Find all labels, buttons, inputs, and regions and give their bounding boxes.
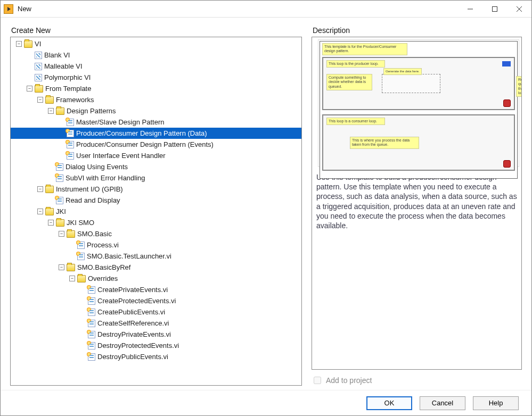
folder-open-icon — [45, 208, 54, 215]
tree-item[interactable]: SMO.Basic.TestLauncher.vi — [11, 251, 301, 262]
window-title: New — [18, 5, 31, 13]
vi-template-icon — [88, 320, 95, 327]
tree-item[interactable]: CreateSelfReference.vi — [11, 318, 301, 329]
tree-item[interactable]: Polymorphic VI — [11, 72, 301, 83]
vi-icon — [35, 63, 42, 70]
tree-item-label: Process.vi — [87, 241, 119, 249]
folder-open-icon — [24, 40, 32, 48]
tree-item[interactable]: DestroyPublicEvents.vi — [11, 351, 301, 362]
tree-item[interactable]: CreateProtectedEvents.vi — [11, 295, 301, 306]
folder-open-icon — [77, 275, 86, 282]
template-preview: This template is for the Producer/Consum… — [318, 39, 519, 167]
tree-item[interactable]: Process.vi — [11, 239, 301, 251]
description-pane: Description This template is for the Pro… — [312, 26, 522, 386]
collapse-toggle-icon[interactable]: − — [37, 209, 43, 214]
vi-template-icon — [56, 163, 63, 171]
cancel-button[interactable]: Cancel — [420, 396, 465, 410]
folder-open-icon — [56, 107, 64, 115]
tree-root: −VIBlank VIMalleable VIPolymorphic VI−Fr… — [11, 38, 301, 362]
description-label: Description — [312, 26, 522, 35]
tree-item[interactable]: DestroyProtectedEvents.vi — [11, 340, 301, 351]
folder-open-icon — [67, 230, 75, 238]
tree-item[interactable]: −JKI SMO — [11, 217, 301, 228]
tree-item-label: JKI SMO — [67, 219, 94, 227]
description-scroll[interactable]: This template is for the Producer/Consum… — [312, 37, 521, 369]
collapse-toggle-icon[interactable]: − — [27, 86, 32, 91]
tree-item[interactable]: −SMO.BasicByRef — [11, 262, 301, 273]
vi-template-icon — [67, 141, 74, 148]
tree-item[interactable]: SubVI with Error Handling — [11, 172, 301, 184]
tree-item-label: DestroyPrivateEvents.vi — [97, 330, 171, 338]
create-new-pane: Create New −VIBlank VIMalleable VIPolymo… — [10, 26, 302, 386]
tree-item-label: CreatePrivateEvents.vi — [97, 286, 168, 294]
maximize-icon — [492, 6, 497, 12]
tree-item[interactable]: −Overrides — [11, 273, 301, 284]
tree-item[interactable]: −Frameworks — [11, 94, 301, 105]
tree-item[interactable]: Read and Display — [11, 195, 301, 206]
tree-item[interactable]: −JKI — [11, 206, 301, 217]
tree-item-label: Design Patterns — [67, 107, 116, 115]
dialog-content: Create New −VIBlank VIMalleable VIPolymo… — [1, 18, 531, 390]
tree-item[interactable]: CreatePrivateEvents.vi — [11, 284, 301, 295]
description-text: Use this template to build a producer/co… — [314, 172, 521, 230]
tree-item[interactable]: −VI — [11, 38, 301, 49]
collapse-toggle-icon[interactable]: − — [16, 41, 22, 47]
tree-item-label: DestroyPublicEvents.vi — [97, 353, 168, 361]
tree-item[interactable]: −Design Patterns — [11, 105, 301, 117]
tree-item[interactable]: Malleable VI — [11, 61, 301, 72]
tree-item[interactable]: DestroyPrivateEvents.vi — [11, 329, 301, 340]
app-icon — [4, 4, 13, 14]
tree-item[interactable]: −From Template — [11, 83, 301, 94]
collapse-toggle-icon[interactable]: − — [48, 220, 54, 226]
vi-template-icon — [88, 297, 95, 305]
collapse-toggle-icon[interactable]: − — [59, 231, 64, 237]
dialog-window: New Create New −VIBlank VIMalleable VIPo… — [0, 0, 532, 416]
tree-item[interactable]: Producer/Consumer Design Pattern (Data) — [11, 128, 301, 139]
window-controls — [458, 1, 531, 17]
tree-scroll[interactable]: −VIBlank VIMalleable VIPolymorphic VI−Fr… — [11, 37, 301, 385]
tree-item-label: Malleable VI — [44, 62, 83, 70]
close-button[interactable] — [507, 1, 531, 17]
tree-item-label: From Template — [45, 85, 91, 93]
add-to-project-label: Add to project — [326, 376, 372, 385]
collapse-toggle-icon[interactable]: − — [48, 108, 54, 114]
vi-icon — [35, 52, 42, 59]
tree-item-label: SMO.Basic — [77, 230, 112, 238]
vi-template-icon — [88, 331, 95, 338]
collapse-toggle-icon[interactable]: − — [59, 264, 64, 270]
collapse-toggle-icon[interactable]: − — [69, 276, 75, 281]
vi-template-icon — [67, 152, 74, 160]
tree-item-label: DestroyProtectedEvents.vi — [97, 342, 179, 350]
collapse-toggle-icon[interactable]: − — [37, 186, 43, 192]
ok-button[interactable]: OK — [366, 396, 412, 410]
tree-item-label: Producer/Consumer Design Pattern (Data) — [76, 129, 207, 137]
tree-item[interactable]: CreatePublicEvents.vi — [11, 306, 301, 318]
add-to-project-checkbox — [314, 377, 321, 384]
tree-item[interactable]: User Interface Event Handler — [11, 150, 301, 161]
folder-open-icon — [45, 186, 54, 193]
tree-item[interactable]: Producer/Consumer Design Pattern (Events… — [11, 139, 301, 150]
vi-template-icon — [77, 242, 85, 249]
tree-item[interactable]: −Instrument I/O (GPIB) — [11, 184, 301, 195]
vi-template-icon — [67, 130, 74, 137]
dialog-buttons: OK Cancel Help — [1, 390, 531, 415]
tree-item-label: VI — [35, 40, 41, 48]
tree-item-label: Master/Slave Design Pattern — [76, 118, 164, 126]
tree-item-label: Overrides — [88, 274, 118, 282]
tree-item-label: Producer/Consumer Design Pattern (Events… — [76, 140, 214, 148]
tree-item[interactable]: Dialog Using Events — [11, 161, 301, 172]
minimize-button[interactable] — [458, 1, 482, 17]
tree-item[interactable]: −SMO.Basic — [11, 228, 301, 239]
collapse-toggle-icon[interactable]: − — [37, 97, 43, 103]
tree-item[interactable]: Blank VI — [11, 49, 301, 61]
folder-open-icon — [56, 219, 64, 227]
tree-item-label: Blank VI — [44, 51, 70, 59]
tree-item[interactable]: Master/Slave Design Pattern — [11, 117, 301, 128]
description-container: This template is for the Producer/Consum… — [312, 37, 522, 370]
vi-template-icon — [77, 253, 85, 260]
vi-icon — [35, 74, 42, 81]
maximize-button[interactable] — [482, 1, 507, 17]
titlebar: New — [1, 1, 531, 18]
help-button[interactable]: Help — [473, 396, 519, 410]
vi-template-icon — [88, 342, 95, 350]
